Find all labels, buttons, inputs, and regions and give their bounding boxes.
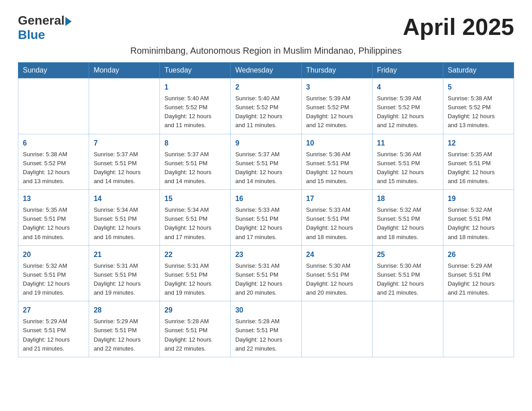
day-number: 11 [377, 138, 438, 149]
day-info: Sunrise: 5:35 AM Sunset: 5:51 PM Dayligh… [448, 150, 509, 186]
calendar-header-friday: Friday [372, 63, 443, 78]
day-number: 10 [306, 138, 368, 149]
day-number: 29 [164, 305, 226, 316]
calendar-cell: 26Sunrise: 5:29 AM Sunset: 5:51 PM Dayli… [443, 245, 514, 301]
day-info: Sunrise: 5:38 AM Sunset: 5:52 PM Dayligh… [448, 94, 509, 130]
calendar-header-saturday: Saturday [443, 63, 514, 78]
page-subtitle: Rominimbang, Autonomous Region in Muslim… [18, 46, 514, 56]
calendar-cell: 20Sunrise: 5:32 AM Sunset: 5:51 PM Dayli… [18, 245, 89, 301]
day-info: Sunrise: 5:39 AM Sunset: 5:52 PM Dayligh… [377, 94, 438, 130]
day-number: 12 [448, 138, 509, 149]
day-number: 9 [235, 138, 296, 149]
calendar-cell: 13Sunrise: 5:35 AM Sunset: 5:51 PM Dayli… [18, 190, 89, 246]
day-number: 7 [94, 138, 155, 149]
day-info: Sunrise: 5:30 AM Sunset: 5:51 PM Dayligh… [306, 261, 368, 298]
day-number: 28 [94, 305, 155, 316]
day-info: Sunrise: 5:33 AM Sunset: 5:51 PM Dayligh… [306, 206, 368, 242]
day-info: Sunrise: 5:38 AM Sunset: 5:52 PM Dayligh… [23, 150, 84, 186]
day-info: Sunrise: 5:32 AM Sunset: 5:51 PM Dayligh… [448, 206, 509, 242]
day-number: 19 [448, 193, 509, 204]
calendar-week-3: 13Sunrise: 5:35 AM Sunset: 5:51 PM Dayli… [18, 190, 514, 246]
day-number: 30 [235, 305, 296, 316]
day-info: Sunrise: 5:36 AM Sunset: 5:51 PM Dayligh… [306, 150, 368, 186]
calendar-cell: 8Sunrise: 5:37 AM Sunset: 5:51 PM Daylig… [160, 134, 231, 190]
day-number: 6 [23, 138, 84, 149]
calendar-cell: 15Sunrise: 5:34 AM Sunset: 5:51 PM Dayli… [160, 190, 231, 246]
calendar-cell: 25Sunrise: 5:30 AM Sunset: 5:51 PM Dayli… [372, 245, 443, 301]
day-number: 1 [164, 82, 226, 93]
day-info: Sunrise: 5:31 AM Sunset: 5:51 PM Dayligh… [235, 261, 296, 298]
day-info: Sunrise: 5:31 AM Sunset: 5:51 PM Dayligh… [164, 261, 226, 298]
calendar-cell: 4Sunrise: 5:39 AM Sunset: 5:52 PM Daylig… [372, 78, 443, 134]
day-number: 3 [306, 82, 368, 93]
day-number: 23 [235, 249, 296, 260]
calendar-cell [18, 78, 89, 134]
day-info: Sunrise: 5:30 AM Sunset: 5:51 PM Dayligh… [377, 261, 438, 298]
calendar-cell: 21Sunrise: 5:31 AM Sunset: 5:51 PM Dayli… [89, 245, 160, 301]
day-info: Sunrise: 5:34 AM Sunset: 5:51 PM Dayligh… [164, 206, 226, 242]
calendar-cell [372, 301, 443, 357]
day-info: Sunrise: 5:28 AM Sunset: 5:51 PM Dayligh… [235, 317, 296, 353]
day-number: 5 [448, 82, 509, 93]
day-info: Sunrise: 5:37 AM Sunset: 5:51 PM Dayligh… [94, 150, 155, 186]
calendar-cell: 16Sunrise: 5:33 AM Sunset: 5:51 PM Dayli… [231, 190, 301, 246]
calendar-cell [89, 78, 160, 134]
day-number: 17 [306, 193, 368, 204]
calendar-cell: 10Sunrise: 5:36 AM Sunset: 5:51 PM Dayli… [301, 134, 372, 190]
calendar-header-thursday: Thursday [301, 63, 372, 78]
day-info: Sunrise: 5:36 AM Sunset: 5:51 PM Dayligh… [377, 150, 438, 186]
day-number: 22 [164, 249, 226, 260]
calendar-header-sunday: Sunday [18, 63, 89, 78]
calendar-cell: 14Sunrise: 5:34 AM Sunset: 5:51 PM Dayli… [89, 190, 160, 246]
calendar-cell: 5Sunrise: 5:38 AM Sunset: 5:52 PM Daylig… [443, 78, 514, 134]
calendar-week-2: 6Sunrise: 5:38 AM Sunset: 5:52 PM Daylig… [18, 134, 514, 190]
logo-general: General [18, 13, 64, 28]
calendar-cell: 11Sunrise: 5:36 AM Sunset: 5:51 PM Dayli… [372, 134, 443, 190]
calendar-cell: 3Sunrise: 5:39 AM Sunset: 5:52 PM Daylig… [301, 78, 372, 134]
calendar-week-4: 20Sunrise: 5:32 AM Sunset: 5:51 PM Dayli… [18, 245, 514, 301]
calendar-cell: 28Sunrise: 5:29 AM Sunset: 5:51 PM Dayli… [89, 301, 160, 357]
calendar-cell: 17Sunrise: 5:33 AM Sunset: 5:51 PM Dayli… [301, 190, 372, 246]
day-info: Sunrise: 5:37 AM Sunset: 5:51 PM Dayligh… [164, 150, 226, 186]
day-number: 21 [94, 249, 155, 260]
day-number: 8 [164, 138, 226, 149]
day-info: Sunrise: 5:35 AM Sunset: 5:51 PM Dayligh… [23, 206, 84, 242]
day-number: 25 [377, 249, 438, 260]
calendar-cell [301, 301, 372, 357]
day-info: Sunrise: 5:33 AM Sunset: 5:51 PM Dayligh… [235, 206, 296, 242]
calendar-cell: 24Sunrise: 5:30 AM Sunset: 5:51 PM Dayli… [301, 245, 372, 301]
calendar-cell: 19Sunrise: 5:32 AM Sunset: 5:51 PM Dayli… [443, 190, 514, 246]
month-title: April 2025 [403, 13, 514, 40]
day-info: Sunrise: 5:31 AM Sunset: 5:51 PM Dayligh… [94, 261, 155, 298]
day-number: 18 [377, 193, 438, 204]
calendar-week-5: 27Sunrise: 5:29 AM Sunset: 5:51 PM Dayli… [18, 301, 514, 357]
day-info: Sunrise: 5:29 AM Sunset: 5:51 PM Dayligh… [448, 261, 509, 298]
logo: General Blue [18, 13, 72, 42]
calendar-cell: 27Sunrise: 5:29 AM Sunset: 5:51 PM Dayli… [18, 301, 89, 357]
calendar-cell: 12Sunrise: 5:35 AM Sunset: 5:51 PM Dayli… [443, 134, 514, 190]
day-number: 24 [306, 249, 368, 260]
logo-blue: Blue [18, 28, 45, 42]
calendar-cell: 1Sunrise: 5:40 AM Sunset: 5:52 PM Daylig… [160, 78, 231, 134]
calendar-cell: 22Sunrise: 5:31 AM Sunset: 5:51 PM Dayli… [160, 245, 231, 301]
calendar-cell: 18Sunrise: 5:32 AM Sunset: 5:51 PM Dayli… [372, 190, 443, 246]
day-info: Sunrise: 5:40 AM Sunset: 5:52 PM Dayligh… [235, 94, 296, 130]
day-number: 16 [235, 193, 296, 204]
page-header: General Blue April 2025 [18, 13, 514, 42]
day-number: 20 [23, 249, 84, 260]
day-number: 15 [164, 193, 226, 204]
calendar-week-1: 1Sunrise: 5:40 AM Sunset: 5:52 PM Daylig… [18, 78, 514, 134]
calendar-header-monday: Monday [89, 63, 160, 78]
calendar-cell: 9Sunrise: 5:37 AM Sunset: 5:51 PM Daylig… [231, 134, 301, 190]
calendar-header-wednesday: Wednesday [231, 63, 301, 78]
day-info: Sunrise: 5:28 AM Sunset: 5:51 PM Dayligh… [164, 317, 226, 353]
calendar-header-row: SundayMondayTuesdayWednesdayThursdayFrid… [18, 63, 514, 78]
day-info: Sunrise: 5:37 AM Sunset: 5:51 PM Dayligh… [235, 150, 296, 186]
calendar-cell: 30Sunrise: 5:28 AM Sunset: 5:51 PM Dayli… [231, 301, 301, 357]
day-number: 26 [448, 249, 509, 260]
calendar-cell: 6Sunrise: 5:38 AM Sunset: 5:52 PM Daylig… [18, 134, 89, 190]
day-number: 4 [377, 82, 438, 93]
day-number: 14 [94, 193, 155, 204]
day-info: Sunrise: 5:40 AM Sunset: 5:52 PM Dayligh… [164, 94, 226, 130]
calendar-cell: 7Sunrise: 5:37 AM Sunset: 5:51 PM Daylig… [89, 134, 160, 190]
